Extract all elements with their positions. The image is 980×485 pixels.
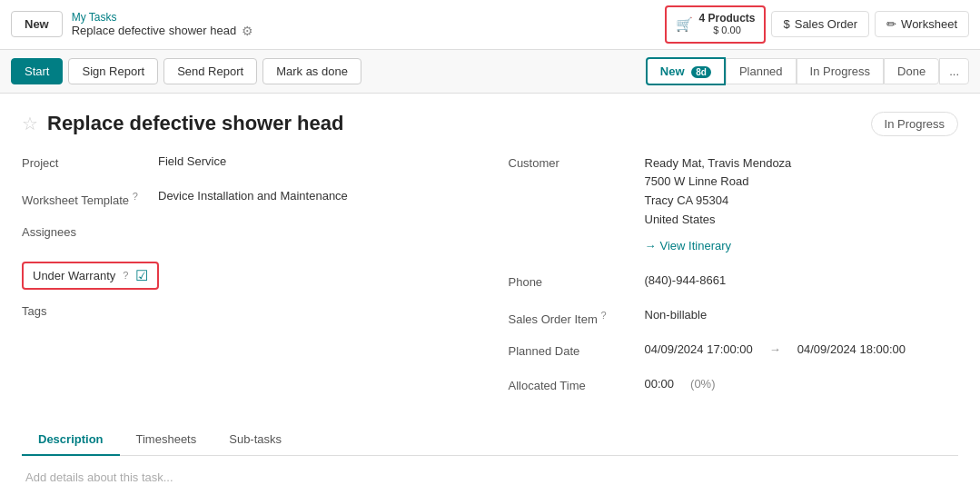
start-button[interactable]: Start <box>11 58 63 84</box>
breadcrumb: My Tasks Replace defective shower head ⚙ <box>72 11 253 38</box>
worksheet-template-row: Worksheet Template ? Device Installation… <box>22 189 472 214</box>
itinerary-label-spacer <box>509 239 636 241</box>
allocated-time-pct: (0%) <box>690 377 715 391</box>
top-bar-left: New My Tasks Replace defective shower he… <box>11 11 253 38</box>
pipeline-new-badge: 8d <box>691 66 711 78</box>
pencil-icon: ✏ <box>886 17 896 31</box>
worksheet-button[interactable]: ✏ Worksheet <box>875 11 969 37</box>
products-button[interactable]: 🛒 4 Products $ 0.00 <box>665 5 766 44</box>
form-grid: Project Field Service Worksheet Template… <box>22 154 958 402</box>
action-buttons: Start Sign Report Send Report Mark as do… <box>11 58 361 84</box>
cart-icon: 🛒 <box>676 16 693 33</box>
action-bar: Start Sign Report Send Report Mark as do… <box>0 50 980 94</box>
customer-address: Ready Mat, Travis Mendoza 7500 W Linne R… <box>645 154 792 230</box>
tab-subtasks[interactable]: Sub-tasks <box>213 424 298 456</box>
phone-row: Phone (840)-944-8661 <box>509 273 959 299</box>
customer-name[interactable]: Ready Mat, Travis Mendoza <box>645 154 792 173</box>
pipeline-done-label: Done <box>897 64 926 78</box>
form-left: Project Field Service Worksheet Template… <box>22 154 472 402</box>
warranty-checkbox[interactable]: ☑ <box>135 267 148 284</box>
allocated-time-value[interactable]: 00:00 <box>645 377 675 391</box>
under-warranty-row: Under Warranty ? ☑ <box>22 258 472 293</box>
assignees-label: Assignees <box>22 223 149 239</box>
status-badge[interactable]: In Progress <box>871 112 958 136</box>
view-itinerary-text: View Itinerary <box>660 239 732 252</box>
gear-icon[interactable]: ⚙ <box>242 24 253 38</box>
planned-date-start[interactable]: 04/09/2024 17:00:00 <box>645 342 753 356</box>
status-pipeline: New 8d Planned In Progress Done ... <box>646 57 969 85</box>
customer-address3: United States <box>645 211 792 230</box>
dollar-icon: $ <box>783 17 789 31</box>
pipeline-in-progress-label: In Progress <box>810 64 870 78</box>
tab-description-content: Add details about this task... <box>22 456 958 485</box>
pipeline-in-progress[interactable]: In Progress <box>797 58 884 84</box>
star-icon[interactable]: ☆ <box>22 113 38 134</box>
view-itinerary-link[interactable]: → View Itinerary <box>645 239 732 252</box>
breadcrumb-title: Replace defective shower head ⚙ <box>72 24 253 38</box>
pipeline-more[interactable]: ... <box>939 58 969 84</box>
top-bar-right: 🛒 4 Products $ 0.00 $ Sales Order ✏ Work… <box>665 5 969 44</box>
customer-address1: 7500 W Linne Road <box>645 173 792 192</box>
new-button[interactable]: New <box>11 11 63 37</box>
worksheet-template-label: Worksheet Template ? <box>22 189 149 207</box>
under-warranty-box: Under Warranty ? ☑ <box>22 262 159 290</box>
customer-address2: Tracy CA 95304 <box>645 192 792 211</box>
view-itinerary-row: → View Itinerary <box>509 239 959 264</box>
tabs-bar: Description Timesheets Sub-tasks <box>22 424 958 456</box>
sign-report-button[interactable]: Sign Report <box>68 58 158 84</box>
pipeline-new-label: New <box>660 64 685 78</box>
pipeline-planned[interactable]: Planned <box>726 58 797 84</box>
sales-order-item-value[interactable]: Non-billable <box>645 308 708 322</box>
customer-row: Customer Ready Mat, Travis Mendoza 7500 … <box>509 154 959 230</box>
phone-label: Phone <box>509 273 636 289</box>
main-content: ☆ Replace defective shower head In Progr… <box>0 94 980 485</box>
project-value[interactable]: Field Service <box>158 154 226 168</box>
products-count: 4 Products <box>698 12 755 25</box>
products-price: $ 0.00 <box>698 25 755 36</box>
pipeline-done[interactable]: Done <box>884 58 939 84</box>
top-bar: New My Tasks Replace defective shower he… <box>0 0 980 50</box>
sales-order-item-row: Sales Order Item ? Non-billable <box>509 308 959 333</box>
mark-as-done-button[interactable]: Mark as done <box>262 58 361 84</box>
task-title-row: ☆ Replace defective shower head <box>22 112 343 135</box>
sales-order-button[interactable]: $ Sales Order <box>771 11 869 37</box>
allocated-time-row: Allocated Time 00:00 (0%) <box>509 377 959 402</box>
soi-help-icon[interactable]: ? <box>600 310 606 321</box>
products-text: 4 Products $ 0.00 <box>698 12 755 37</box>
task-header: ☆ Replace defective shower head In Progr… <box>22 112 958 136</box>
send-report-button[interactable]: Send Report <box>163 58 257 84</box>
warranty-help-icon[interactable]: ? <box>123 270 128 281</box>
breadcrumb-parent[interactable]: My Tasks <box>72 11 253 24</box>
project-row: Project Field Service <box>22 154 472 180</box>
tags-row: Tags <box>22 302 472 328</box>
customer-label: Customer <box>509 154 636 170</box>
date-arrow-icon: → <box>769 342 781 356</box>
worksheet-help-icon[interactable]: ? <box>133 191 138 202</box>
task-title: Replace defective shower head <box>47 112 343 135</box>
tab-timesheets[interactable]: Timesheets <box>120 424 213 456</box>
worksheet-template-value[interactable]: Device Installation and Maintenance <box>158 189 348 203</box>
sales-order-label: Sales Order <box>795 17 857 31</box>
under-warranty-label: Under Warranty <box>33 269 115 282</box>
worksheet-label: Worksheet <box>901 17 957 31</box>
phone-value[interactable]: (840)-944-8661 <box>645 273 727 287</box>
pipeline-planned-label: Planned <box>739 64 783 78</box>
project-label: Project <box>22 154 149 170</box>
breadcrumb-current: Replace defective shower head <box>72 24 236 37</box>
tags-label: Tags <box>22 302 149 318</box>
pipeline-new[interactable]: New 8d <box>646 57 726 85</box>
form-right: Customer Ready Mat, Travis Mendoza 7500 … <box>509 154 959 402</box>
planned-date-row: Planned Date 04/09/2024 17:00:00 → 04/09… <box>509 342 959 368</box>
planned-date-end[interactable]: 04/09/2024 18:00:00 <box>797 342 906 356</box>
assignees-row: Assignees <box>22 223 472 249</box>
planned-date-label: Planned Date <box>509 342 636 358</box>
allocated-time-label: Allocated Time <box>509 377 636 392</box>
tab-description[interactable]: Description <box>22 424 120 456</box>
sales-order-item-label: Sales Order Item ? <box>509 308 636 326</box>
arrow-right-icon: → <box>645 239 657 252</box>
